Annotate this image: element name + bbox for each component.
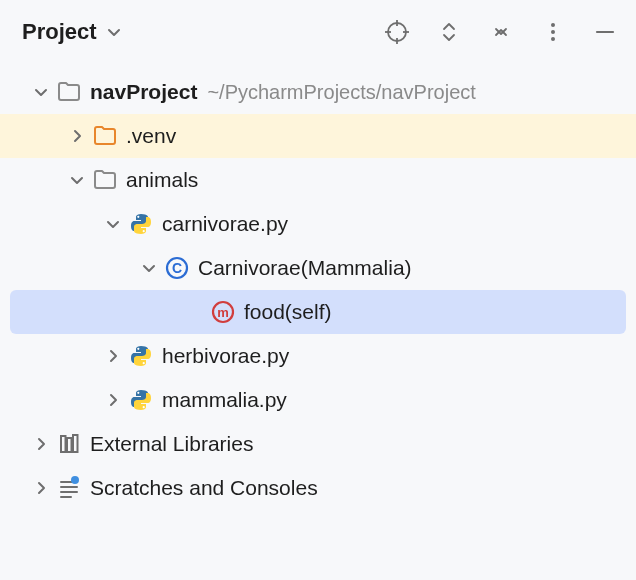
view-title: Project [22, 19, 97, 45]
folder-icon [92, 167, 118, 193]
expand-collapse-button[interactable] [436, 19, 462, 45]
tool-window-header: Project [0, 0, 636, 64]
toolbar [384, 19, 618, 45]
tree-node-herbivorae-py[interactable]: herbivorae.py [0, 334, 636, 378]
node-label: herbivorae.py [162, 344, 289, 368]
tree-node-carnivorae-class[interactable]: Carnivorae(Mammalia) [0, 246, 636, 290]
folder-icon [56, 79, 82, 105]
python-file-icon [128, 211, 154, 237]
chevron-down-icon[interactable] [30, 81, 52, 103]
chevron-right-icon[interactable] [66, 125, 88, 147]
chevron-right-icon[interactable] [102, 389, 124, 411]
chevron-down-icon[interactable] [102, 213, 124, 235]
chevron-right-icon[interactable] [30, 433, 52, 455]
minimize-button[interactable] [592, 19, 618, 45]
chevron-down-icon[interactable] [138, 257, 160, 279]
tree-node-project-root[interactable]: navProject ~/PycharmProjects/navProject [0, 70, 636, 114]
node-label: External Libraries [90, 432, 253, 456]
chevron-down-icon[interactable] [66, 169, 88, 191]
python-file-icon [128, 343, 154, 369]
chevron-down-icon [103, 21, 125, 43]
tree-node-scratches[interactable]: Scratches and Consoles [0, 466, 636, 510]
node-label: food(self) [244, 300, 332, 324]
scratches-icon [56, 475, 82, 501]
node-label: Carnivorae(Mammalia) [198, 256, 412, 280]
tree-node-animals[interactable]: animals [0, 158, 636, 202]
library-icon [56, 431, 82, 457]
options-button[interactable] [540, 19, 566, 45]
tree-node-carnivorae-py[interactable]: carnivorae.py [0, 202, 636, 246]
select-opened-file-button[interactable] [384, 19, 410, 45]
hide-button[interactable] [488, 19, 514, 45]
tree-node-external-libraries[interactable]: External Libraries [0, 422, 636, 466]
chevron-right-icon[interactable] [30, 477, 52, 499]
node-label: Scratches and Consoles [90, 476, 318, 500]
node-label: navProject [90, 80, 197, 104]
python-file-icon [128, 387, 154, 413]
node-label: carnivorae.py [162, 212, 288, 236]
view-selector[interactable]: Project [22, 19, 129, 45]
method-icon [210, 299, 236, 325]
node-label: animals [126, 168, 198, 192]
chevron-right-icon[interactable] [102, 345, 124, 367]
project-tree[interactable]: navProject ~/PycharmProjects/navProject … [0, 64, 636, 520]
tree-node-mammalia-py[interactable]: mammalia.py [0, 378, 636, 422]
project-tool-window: Project [0, 0, 636, 580]
node-label: .venv [126, 124, 176, 148]
folder-icon [92, 123, 118, 149]
path-hint: ~/PycharmProjects/navProject [207, 81, 475, 104]
tree-node-food-method[interactable]: food(self) [10, 290, 626, 334]
tree-node-venv[interactable]: .venv [0, 114, 636, 158]
node-label: mammalia.py [162, 388, 287, 412]
class-icon [164, 255, 190, 281]
